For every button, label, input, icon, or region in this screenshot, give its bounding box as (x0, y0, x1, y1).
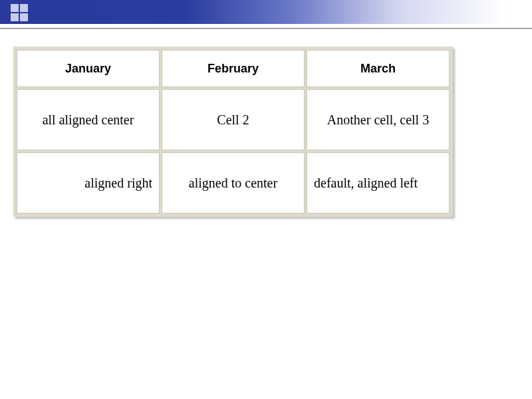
table-row: all aligned center Cell 2 Another cell, … (17, 89, 450, 150)
table-cell: Another cell, cell 3 (307, 89, 450, 150)
decor-square (11, 13, 19, 21)
decor-square (20, 13, 28, 21)
table-header-cell: March (307, 50, 450, 87)
table-cell: aligned to center (162, 152, 305, 213)
table-row: aligned right aligned to center default,… (17, 152, 450, 213)
table-header-cell: January (17, 50, 160, 87)
table-cell: Cell 2 (162, 89, 305, 150)
slide-header-decor (11, 4, 28, 21)
table-header-cell: February (162, 50, 305, 87)
example-table: January February March all aligned cente… (15, 48, 452, 215)
slide-content: January February March all aligned cente… (0, 29, 532, 219)
table-header-row: January February March (17, 50, 450, 87)
table-cell: default, aligned left (307, 152, 450, 213)
decor-square (20, 4, 28, 12)
table-cell: aligned right (17, 152, 160, 213)
example-table-wrap: January February March all aligned cente… (13, 47, 453, 217)
slide-header-band (0, 0, 532, 24)
table-cell: all aligned center (17, 89, 160, 150)
decor-square (11, 4, 19, 12)
